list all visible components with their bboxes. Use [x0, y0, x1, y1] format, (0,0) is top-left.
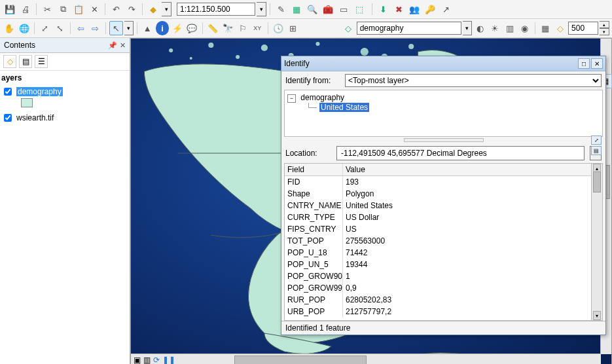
scroll-thumb[interactable]	[234, 355, 367, 364]
layer-row-wsiearth[interactable]: wsiearth.tif	[1, 111, 128, 124]
remove-icon[interactable]: ✖	[391, 2, 406, 16]
transparency-icon[interactable]: ◇	[553, 21, 567, 35]
key-icon[interactable]: 🔑	[423, 2, 437, 16]
expand-icon[interactable]: ⤢	[591, 136, 602, 145]
tree-leaf-row[interactable]: └─ United States	[306, 103, 600, 112]
attr-field: URB_POP	[285, 306, 343, 318]
layer-dropdown-input[interactable]	[357, 22, 461, 35]
globe-icon[interactable]: 🌐	[18, 21, 31, 35]
layer-checkbox[interactable]	[4, 88, 12, 96]
layer-row-demography[interactable]: demography	[1, 85, 128, 98]
download-icon[interactable]: ⬇	[376, 2, 390, 16]
refresh-icon[interactable]: ⟳	[153, 355, 160, 364]
radius-up[interactable]: ▴	[600, 21, 609, 28]
tree-leaf-label: United States	[319, 103, 369, 112]
pan-icon[interactable]: ✋	[3, 21, 16, 35]
select-dropdown[interactable]: ▾	[124, 21, 134, 35]
list-by-source-icon[interactable]: ▤	[19, 55, 32, 68]
radius-input[interactable]	[568, 22, 598, 35]
editor-toolbar-icon[interactable]: ✎	[274, 2, 288, 16]
measure-icon[interactable]: 📏	[206, 21, 220, 35]
save-icon[interactable]: 💾	[3, 2, 17, 16]
toolbox-icon[interactable]: 🧰	[321, 2, 335, 16]
pointer-icon[interactable]: ▲	[141, 21, 154, 35]
find-route-icon[interactable]: ⚐	[236, 21, 249, 35]
list-by-selection-icon[interactable]: ☰	[35, 55, 48, 68]
close-panel-icon[interactable]: ✕	[120, 41, 126, 50]
layer-checkbox[interactable]	[4, 114, 12, 122]
redo-icon[interactable]: ↷	[124, 2, 139, 16]
location-value[interactable]: -112,491509 45,695577 Decimal Degrees	[336, 146, 585, 160]
flicker-icon[interactable]: ◉	[518, 21, 531, 35]
prev-extent-icon[interactable]: ⇦	[74, 21, 88, 35]
print-icon[interactable]: 🖨	[18, 2, 33, 16]
search-icon[interactable]: 🔍	[305, 2, 319, 16]
scroll-thumb[interactable]	[593, 172, 601, 192]
hyperlink-icon[interactable]: ⚡	[170, 21, 184, 35]
binoculars-icon[interactable]: 👥	[407, 2, 422, 16]
radius-down[interactable]: ▾	[600, 28, 609, 35]
attributes-table[interactable]: Field Value FID193ShapePolygonCNTRY_NAME…	[285, 164, 591, 320]
attributes-scrollbar[interactable]: ▴ ▾	[591, 164, 602, 320]
add-data-icon[interactable]: ◆	[146, 2, 160, 16]
export-icon[interactable]: ↗	[439, 2, 453, 16]
goto-xy-icon[interactable]: XY	[251, 21, 264, 35]
add-data-dropdown[interactable]: ▾	[162, 2, 171, 16]
scale-dropdown[interactable]: ▾	[257, 2, 266, 16]
html-popup-icon[interactable]: 💬	[185, 21, 199, 35]
table-row[interactable]: FIPS_CNTRYUS	[285, 223, 591, 235]
time-slider-icon[interactable]: 🕓	[272, 21, 285, 35]
table-row[interactable]: POP_GROW901	[285, 270, 591, 282]
catalog-icon[interactable]: ▦	[289, 2, 304, 16]
flash-icon[interactable]: ▤	[591, 146, 602, 155]
maximize-icon[interactable]: □	[578, 58, 590, 69]
table-row[interactable]: RUR_POP62805202,83	[285, 294, 591, 306]
cut-icon[interactable]: ✂	[40, 2, 54, 16]
toc-tabs: ◇ ▤ ☰	[0, 53, 130, 71]
pause-drawing-icon[interactable]: ❚❚	[162, 355, 175, 364]
layout-view-icon[interactable]: ▥	[143, 355, 151, 364]
model-builder-icon[interactable]: ⬚	[352, 2, 367, 16]
table-row[interactable]: URB_POP212757797,2	[285, 306, 591, 318]
table-row[interactable]: TOT_POP275563000	[285, 235, 591, 247]
identify-from-dropdown[interactable]: <Top-most layer>	[345, 74, 602, 87]
scale-input[interactable]	[177, 3, 255, 16]
table-row[interactable]: FID193	[285, 176, 591, 188]
swipe-icon[interactable]: ▥	[503, 21, 516, 35]
effect-icon[interactable]: ◐	[473, 21, 487, 35]
table-row[interactable]: POP_UN_519344	[285, 259, 591, 270]
scroll-down-icon[interactable]: ▾	[593, 311, 601, 320]
identify-icon[interactable]: i	[156, 21, 170, 35]
tree-collapse-icon[interactable]: −	[287, 94, 296, 103]
table-row[interactable]: CURR_TYPEUS Dollar	[285, 211, 591, 223]
map-scrollbar-horizontal[interactable]: ▣ ▥ ⟳ ❚❚	[131, 354, 601, 364]
next-extent-icon[interactable]: ⇨	[88, 21, 102, 35]
zoom-in-fixed-icon[interactable]: ⤢	[38, 21, 52, 35]
paste-icon[interactable]: 📋	[71, 2, 86, 16]
delete-icon[interactable]: ✕	[87, 2, 101, 16]
copy-icon[interactable]: ⧉	[56, 2, 70, 16]
splitter[interactable]	[281, 137, 605, 143]
undo-icon[interactable]: ↶	[109, 2, 123, 16]
zoom-out-fixed-icon[interactable]: ⤡	[53, 21, 67, 35]
tree-root-row[interactable]: − demography	[287, 93, 600, 103]
table-row[interactable]: ShapePolygon	[285, 188, 591, 200]
select-elements-icon[interactable]: ↖	[109, 21, 123, 35]
table-row[interactable]: POP_GROW990,9	[285, 282, 591, 294]
layer-dropdown-arrow[interactable]: ▾	[463, 21, 472, 35]
table-row[interactable]: CNTRY_NAMEUnited States	[285, 200, 591, 211]
python-icon[interactable]: ▭	[336, 2, 351, 16]
header-field: Field	[285, 164, 343, 175]
find-icon[interactable]: 🔭	[221, 21, 234, 35]
table-row[interactable]: POP_U_1871442	[285, 247, 591, 259]
data-view-icon[interactable]: ▣	[134, 355, 141, 364]
identify-titlebar[interactable]: Identify □ ✕	[281, 56, 605, 71]
adjust-icon[interactable]: ▦	[539, 21, 552, 35]
brightness-icon[interactable]: ☀	[488, 21, 502, 35]
attr-value: 0,9	[343, 282, 591, 294]
identify-tree[interactable]: − demography └─ United States	[284, 90, 603, 137]
close-icon[interactable]: ✕	[591, 58, 603, 69]
pin-icon[interactable]: 📌	[108, 41, 117, 50]
list-by-drawing-icon[interactable]: ◇	[3, 55, 16, 68]
viewer-window-icon[interactable]: ⊞	[286, 21, 300, 35]
